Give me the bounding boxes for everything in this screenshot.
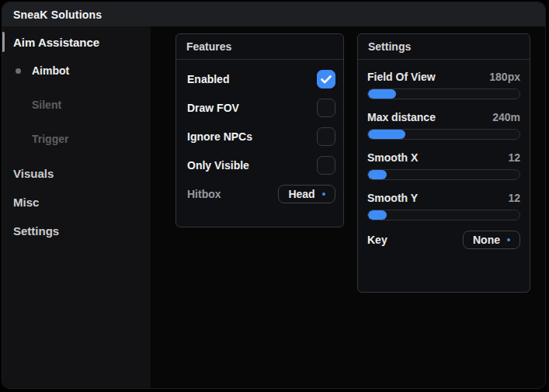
active-section-indicator (2, 32, 5, 52)
fov-label: Field Of View (367, 71, 436, 83)
settings-panel-body: Field Of View 180px Max distance 240m (358, 60, 530, 292)
ignore-npcs-checkbox[interactable] (317, 127, 335, 146)
smooth-y-slider[interactable] (367, 210, 520, 220)
hitbox-dropdown[interactable]: Head (278, 185, 335, 203)
key-row: Key None (367, 230, 520, 249)
feature-row-only-visible: Only Visible (186, 156, 335, 175)
features-panel-body: Enabled Draw FOV Ignore NPCs (176, 60, 343, 227)
sidebar-item-label: Settings (13, 224, 59, 238)
sidebar-item-label: Misc (13, 196, 39, 209)
enabled-checkbox[interactable] (317, 70, 335, 88)
checkmark-icon (321, 75, 332, 84)
sidebar-item-aimbot[interactable]: Aimbot (2, 61, 151, 80)
smooth-y-slider-group: Smooth Y 12 (367, 189, 520, 220)
features-panel-title: Features (186, 40, 231, 53)
only-visible-label: Only Visible (186, 159, 249, 172)
smooth-x-label: Smooth X (367, 151, 418, 164)
key-label: Key (367, 234, 387, 246)
title-bar[interactable]: SneaK Solutions (2, 2, 545, 26)
sidebar-item-label: Silent (32, 99, 61, 111)
sidebar-item-settings[interactable]: Settings (2, 221, 151, 240)
fov-slider-group: Field Of View 180px (367, 68, 520, 99)
sidebar-item-label: Visuals (13, 167, 54, 180)
smooth-y-value: 12 (508, 192, 520, 204)
key-dropdown-value: None (473, 234, 500, 246)
smooth-x-slider-fill (368, 170, 387, 179)
max-distance-slider[interactable] (367, 129, 520, 140)
sidebar-item-silent[interactable]: Silent (2, 95, 151, 114)
cheat-menu-window: SneaK Solutions Aim Assistance Aimbot Si… (2, 2, 546, 389)
enabled-label: Enabled (186, 73, 229, 85)
draw-fov-checkbox[interactable] (317, 99, 335, 117)
settings-panel-header: Settings (358, 34, 530, 60)
feature-row-ignore-npcs: Ignore NPCs (186, 127, 335, 146)
feature-row-enabled: Enabled (186, 70, 335, 88)
smooth-x-slider-group: Smooth X 12 (367, 149, 520, 180)
only-visible-checkbox[interactable] (317, 156, 335, 175)
sidebar-item-aim-assistance[interactable]: Aim Assistance (2, 33, 151, 51)
settings-panel-title: Settings (368, 40, 411, 53)
smooth-y-label: Smooth Y (367, 192, 418, 204)
fov-slider[interactable] (367, 88, 520, 99)
sidebar-item-label: Trigger (32, 133, 68, 145)
features-panel-header: Features (176, 34, 343, 60)
features-panel: Features Enabled Draw FOV (175, 33, 344, 227)
smooth-x-value: 12 (508, 151, 520, 164)
dropdown-dot-icon (507, 238, 510, 241)
sidebar-item-label: Aimbot (32, 64, 69, 77)
fov-slider-fill (368, 89, 396, 99)
smooth-x-slider[interactable] (367, 169, 520, 180)
sidebar-item-misc[interactable]: Misc (2, 193, 151, 211)
main-area: Aim Assistance Aimbot Silent Trigger Vis… (2, 26, 545, 389)
window-title: SneaK Solutions (13, 9, 102, 21)
sidebar: Aim Assistance Aimbot Silent Trigger Vis… (2, 26, 151, 389)
ignore-npcs-label: Ignore NPCs (186, 130, 252, 143)
sidebar-item-label: Aim Assistance (13, 36, 99, 49)
draw-fov-label: Draw FOV (186, 102, 239, 114)
sidebar-item-visuals[interactable]: Visuals (2, 164, 151, 182)
max-distance-slider-group: Max distance 240m (367, 109, 520, 140)
max-distance-label: Max distance (367, 111, 436, 123)
key-dropdown[interactable]: None (463, 231, 520, 249)
settings-panel: Settings Field Of View 180px (357, 33, 530, 293)
max-distance-value: 240m (492, 111, 520, 123)
smooth-y-slider-fill (368, 210, 387, 220)
max-distance-slider-fill (368, 130, 405, 139)
fov-value: 180px (489, 71, 520, 83)
content-area: Features Enabled Draw FOV (151, 26, 545, 389)
sidebar-item-trigger[interactable]: Trigger (2, 130, 151, 148)
active-tab-bullet-icon (16, 68, 21, 74)
feature-row-draw-fov: Draw FOV (186, 99, 335, 117)
hitbox-dropdown-value: Head (288, 188, 314, 200)
feature-row-hitbox: Hitbox Head (186, 185, 335, 203)
dropdown-dot-icon (322, 193, 325, 196)
hitbox-label: Hitbox (186, 188, 221, 200)
